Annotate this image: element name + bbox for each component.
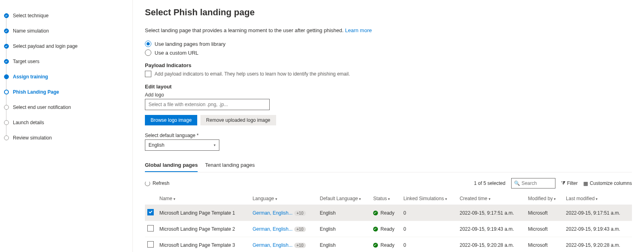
step-review-simulation[interactable]: Review simulation — [4, 130, 132, 145]
refresh-button[interactable]: Refresh — [153, 180, 169, 186]
cell-name: Microsoft Landing Page Template 3 — [157, 237, 250, 252]
step-label: Select payload and login page — [13, 43, 78, 49]
browse-logo-button[interactable]: Browse logo image — [145, 115, 197, 125]
landing-page-tabs: Global landing pages Tenant landing page… — [145, 159, 632, 172]
col-default-language[interactable]: Default Language▾ — [318, 193, 371, 205]
step-label: Target users — [13, 59, 39, 64]
cell-status: Ready — [371, 237, 401, 252]
cell-linked: 0 — [401, 205, 457, 221]
radio-custom-url[interactable]: Use a custom URL — [145, 49, 632, 56]
step-launch-details[interactable]: Launch details — [4, 115, 132, 130]
cell-linked: 0 — [401, 221, 457, 237]
tab-global[interactable]: Global landing pages — [145, 159, 198, 172]
landing-pages-table: Name▾ Language▾ Default Language▾ Status… — [145, 193, 632, 252]
columns-icon: ▦ — [583, 180, 588, 186]
default-language-label: Select default language * — [145, 133, 632, 138]
col-last-modified[interactable]: Last modified▾ — [564, 193, 632, 205]
radio-icon — [145, 41, 151, 47]
check-circle-icon — [373, 227, 378, 232]
payload-indicators-title: Payload Indicators — [145, 62, 632, 68]
col-language[interactable]: Language▾ — [250, 193, 317, 205]
col-linked[interactable]: Linked Simulations▾ — [401, 193, 457, 205]
edit-layout-title: Edit layout — [145, 84, 632, 90]
step-bullet-icon — [4, 13, 9, 18]
add-logo-label: Add logo — [145, 92, 632, 98]
cell-language[interactable]: German, English...+10 — [250, 205, 317, 221]
refresh-icon — [145, 181, 150, 186]
cell-created: 2022-09-15, 9:17:51 a.m. — [457, 205, 526, 221]
step-bullet-icon — [4, 29, 9, 33]
step-bullet-icon — [4, 120, 9, 125]
col-modified-by[interactable]: Modified by▾ — [526, 193, 564, 205]
tab-tenant[interactable]: Tenant landing pages — [205, 159, 255, 172]
row-checkbox[interactable] — [147, 225, 154, 232]
customize-columns-button[interactable]: ▦Customize columns — [583, 180, 632, 186]
cell-default-lang: English — [318, 221, 371, 237]
cell-created: 2022-09-15, 9:20:28 a.m. — [457, 237, 526, 252]
wizard-sidebar: Select techniqueName simulationSelect pa… — [0, 0, 133, 252]
remove-logo-button[interactable]: Remove uploaded logo image — [200, 115, 276, 125]
step-select-end-user-notification[interactable]: Select end user notification — [4, 100, 132, 115]
cell-default-lang: English — [318, 237, 371, 252]
step-label: Name simulation — [13, 28, 49, 34]
cell-language[interactable]: German, English...+10 — [250, 221, 317, 237]
step-bullet-icon — [4, 135, 9, 140]
cell-last-modified: 2022-09-15, 9:19:43 a.m. — [564, 221, 632, 237]
step-label: Select end user notification — [13, 104, 71, 110]
cell-last-modified: 2022-09-15, 9:17:51 a.m. — [564, 205, 632, 221]
step-bullet-icon — [4, 59, 9, 64]
learn-more-link[interactable]: Learn more — [345, 27, 372, 33]
table-row[interactable]: Microsoft Landing Page Template 3German,… — [145, 237, 632, 252]
step-bullet-icon — [4, 74, 9, 79]
search-input[interactable] — [522, 180, 550, 186]
col-name[interactable]: Name▾ — [157, 193, 250, 205]
step-name-simulation[interactable]: Name simulation — [4, 23, 132, 39]
default-language-select[interactable]: English ▾ — [145, 139, 219, 151]
selection-count: 1 of 5 selected — [474, 180, 506, 186]
search-icon: 🔍 — [514, 180, 520, 186]
search-box[interactable]: 🔍 — [511, 178, 555, 188]
page-description: Select landing page that provides a lear… — [145, 27, 632, 33]
check-circle-icon — [373, 211, 378, 215]
table-row[interactable]: Microsoft Landing Page Template 1German,… — [145, 205, 632, 221]
step-bullet-icon — [4, 44, 9, 49]
cell-language[interactable]: German, English...+10 — [250, 237, 317, 252]
filter-button[interactable]: ⧩Filter — [561, 180, 578, 186]
table-toolbar: Refresh 1 of 5 selected 🔍 ⧩Filter ▦Custo… — [145, 178, 632, 188]
cell-linked: 0 — [401, 237, 457, 252]
step-target-users[interactable]: Target users — [4, 54, 132, 69]
step-label: Review simulation — [13, 135, 52, 141]
cell-status: Ready — [371, 205, 401, 221]
checkbox-icon — [145, 71, 151, 77]
page-title: Select Phish landing page — [145, 7, 632, 18]
payload-indicator-checkbox[interactable]: Add payload indicators to email. They he… — [145, 71, 632, 77]
cell-default-lang: English — [318, 205, 371, 221]
step-assign-training[interactable]: Assign training — [4, 69, 132, 84]
radio-icon — [145, 49, 151, 56]
step-label: Launch details — [13, 120, 44, 125]
check-circle-icon — [373, 243, 378, 248]
step-bullet-icon — [4, 90, 9, 94]
step-select-payload-and-login-page[interactable]: Select payload and login page — [4, 39, 132, 54]
step-phish-landing-page[interactable]: Phish Landing Page — [4, 84, 132, 100]
main-content: Select Phish landing page Select landing… — [133, 0, 644, 252]
step-select-technique[interactable]: Select technique — [4, 8, 132, 23]
chevron-down-icon: ▾ — [214, 143, 216, 147]
col-created[interactable]: Created time▾ — [457, 193, 526, 205]
row-checkbox[interactable] — [147, 241, 154, 248]
filter-icon: ⧩ — [561, 180, 566, 186]
source-radio-group: Use landing pages from library Use a cus… — [145, 41, 632, 56]
cell-name: Microsoft Landing Page Template 2 — [157, 221, 250, 237]
cell-status: Ready — [371, 221, 401, 237]
cell-name: Microsoft Landing Page Template 1 — [157, 205, 250, 221]
radio-library[interactable]: Use landing pages from library — [145, 41, 632, 47]
step-label: Assign training — [13, 74, 48, 80]
table-row[interactable]: Microsoft Landing Page Template 2German,… — [145, 221, 632, 237]
cell-modified-by: Microsoft — [526, 237, 564, 252]
cell-modified-by: Microsoft — [526, 221, 564, 237]
row-checkbox[interactable] — [147, 209, 154, 215]
cell-created: 2022-09-15, 9:19:43 a.m. — [457, 221, 526, 237]
logo-file-input[interactable] — [145, 99, 270, 110]
col-status[interactable]: Status▾ — [371, 193, 401, 205]
cell-modified-by: Microsoft — [526, 205, 564, 221]
